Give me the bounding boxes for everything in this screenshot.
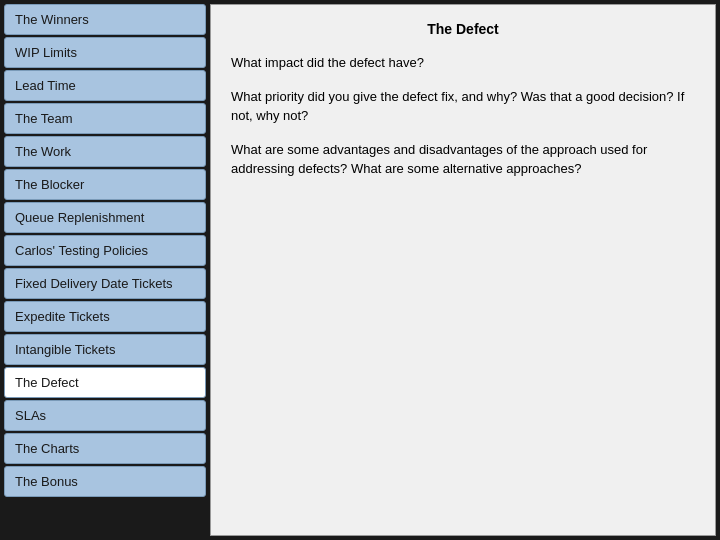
content-paragraph-1: What priority did you give the defect fi… <box>231 87 695 126</box>
sidebar-item-the-blocker[interactable]: The Blocker <box>4 169 206 200</box>
sidebar-item-queue-replenishment[interactable]: Queue Replenishment <box>4 202 206 233</box>
sidebar-item-the-winners[interactable]: The Winners <box>4 4 206 35</box>
sidebar-item-slas[interactable]: SLAs <box>4 400 206 431</box>
sidebar-item-the-charts[interactable]: The Charts <box>4 433 206 464</box>
sidebar-item-carlos-testing-policies[interactable]: Carlos' Testing Policies <box>4 235 206 266</box>
content-paragraph-2: What are some advantages and disadvantag… <box>231 140 695 179</box>
sidebar-item-fixed-delivery-date-tickets[interactable]: Fixed Delivery Date Tickets <box>4 268 206 299</box>
sidebar-item-wip-limits[interactable]: WIP Limits <box>4 37 206 68</box>
sidebar-item-the-bonus[interactable]: The Bonus <box>4 466 206 497</box>
sidebar-item-the-defect[interactable]: The Defect <box>4 367 206 398</box>
sidebar-item-intangible-tickets[interactable]: Intangible Tickets <box>4 334 206 365</box>
sidebar-item-the-team[interactable]: The Team <box>4 103 206 134</box>
sidebar-item-the-work[interactable]: The Work <box>4 136 206 167</box>
sidebar: The WinnersWIP LimitsLead TimeThe TeamTh… <box>0 0 210 540</box>
content-title: The Defect <box>231 21 695 37</box>
sidebar-item-expedite-tickets[interactable]: Expedite Tickets <box>4 301 206 332</box>
sidebar-item-lead-time[interactable]: Lead Time <box>4 70 206 101</box>
main-content: The Defect What impact did the defect ha… <box>210 4 716 536</box>
content-paragraphs: What impact did the defect have?What pri… <box>231 53 695 179</box>
content-paragraph-0: What impact did the defect have? <box>231 53 695 73</box>
